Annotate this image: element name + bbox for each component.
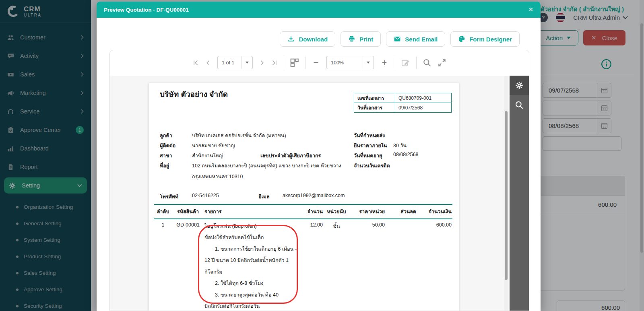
pdf-scrollbar[interactable]: [504, 76, 508, 311]
send-email-button-label: Send Email: [405, 36, 438, 43]
form-designer-button-label: Form Designer: [469, 36, 512, 43]
item-price: 50.00: [349, 219, 386, 311]
item-code: GD-00001: [172, 219, 204, 311]
first-page-button[interactable]: [192, 60, 199, 66]
doc-date-label: วันที่เอกสาร: [354, 103, 395, 113]
usage-line: 1. ขนาดการใช้ยาในเด็กอายุ 6 เดือน –: [204, 243, 299, 255]
preview-quotation-modal: Preview Quotation - DF-QU00001 ✕ Downloa…: [97, 2, 541, 311]
modal-action-buttons: Download Print Send Email: [280, 31, 520, 47]
phone-label: โทรศัพท์: [160, 193, 178, 201]
pdf-toolbar: 1 of 1 − 100%: [110, 50, 529, 75]
download-button[interactable]: Download: [280, 31, 335, 47]
expire-date-value: 08/08/2568: [393, 152, 419, 157]
viewer-settings-button[interactable]: [510, 76, 529, 95]
annotate-button[interactable]: [401, 58, 410, 67]
toolbar-divider: [284, 57, 284, 69]
taxid-label: เลขประจำตัวผู้เสียภาษีอากร: [260, 152, 321, 160]
usage-line: 12 ปี ขนาด 10 มิลลิกรัมต่อน้ำหนักตัว 1: [204, 255, 299, 266]
next-page-button[interactable]: [259, 60, 265, 66]
branch-value: สำนักงานใหญ่: [192, 152, 223, 160]
phone-value: 02-5416225: [192, 193, 219, 198]
address-line2: กรุงเทพมหานคร 10310: [192, 173, 243, 181]
document-company-name: บริษัท ตัวอย่าง จำกัด: [160, 88, 228, 100]
item-usage-notes: ข้อบ่งใช้สำหรับลดไข้ในเด็ก 1. ขนาดการใช้…: [204, 232, 299, 311]
customer-label: ลูกค้า: [160, 132, 172, 140]
toolbar-divider: [305, 57, 305, 69]
item-unit: ชิ้น: [324, 219, 349, 311]
caret-down-icon: [242, 62, 252, 64]
last-page-button[interactable]: [271, 60, 278, 66]
print-button-label: Print: [359, 36, 373, 43]
usage-line: ข้อบ่งใช้สำหรับลดไข้ในเด็ก: [204, 232, 299, 243]
branch-label: สาขา: [160, 152, 172, 160]
item-no: 1: [154, 219, 172, 311]
contact-value: นายสมชาย ชัยชาญ: [192, 142, 235, 150]
line-item-row: 1 GD-00001 ไอบูโพรเฟน (Ibuprofen) ข้อบ่ง…: [154, 219, 452, 311]
col-amount: จำนวนเงิน: [417, 204, 452, 219]
usage-line: มิลลิกรัมต่อกิโลกรัมต่อวัน: [204, 301, 299, 311]
quotation-page: บริษัท ตัวอย่าง จำกัด เลขที่เอกสาร QU680…: [149, 83, 459, 311]
modal-header: Preview Quotation - DF-QU00001 ✕: [97, 2, 541, 18]
search-button[interactable]: [423, 58, 431, 67]
search-icon: [515, 101, 524, 109]
gear-icon: [515, 81, 523, 89]
doc-number-value: QU680709-001: [395, 93, 452, 103]
pdf-side-toolbar: [510, 76, 529, 311]
item-amount: 600.00: [417, 219, 452, 311]
contact-label: ผู้ติดต่อ: [160, 142, 175, 150]
usage-line: 2. ใช้ได้ทุก 6-8 ชั่วโมง: [204, 278, 299, 289]
toolbar-divider: [395, 57, 395, 69]
screen: CRM ULTRA Customer: [0, 0, 644, 311]
printer-icon: [348, 35, 355, 43]
pdf-scrollbar-thumb[interactable]: [505, 111, 508, 280]
item-discount: [386, 219, 417, 311]
palette-icon: [458, 35, 465, 43]
col-unit-price: ราคา/หน่วย: [349, 204, 386, 219]
col-unit: หน่วยนับ: [324, 204, 349, 219]
address-line1: 102 ถนนริมคลองบางกะปิ (ถนนจตุรทิศ) แขวง …: [192, 162, 341, 170]
page-select[interactable]: 1 of 1: [217, 56, 253, 69]
zoom-select[interactable]: 100%: [326, 56, 374, 69]
zoom-out-button[interactable]: −: [312, 59, 320, 67]
line-items-table: ลำดับ รหัสสินค้า รายการ จำนวน หน่วยนับ ร…: [154, 204, 452, 311]
customer-value: บริษัท เอเคเอส คอร์ปอเรชั่น จำกัด (มหาชน…: [192, 132, 286, 140]
pdf-viewer: 1 of 1 − 100%: [109, 50, 529, 311]
download-icon: [287, 35, 295, 43]
delivery-date-label: วันที่กำหนดส่ง: [354, 132, 385, 140]
doc-date-value: 09/07/2568: [395, 103, 452, 113]
modal-close-icon[interactable]: ✕: [528, 6, 533, 13]
valid-until-value: 30 วัน: [393, 142, 407, 150]
expire-date-label: วันที่หมดอายุ: [354, 152, 382, 160]
valid-until-label: ยืนราคาภายใน: [354, 142, 387, 150]
document-info-table: เลขที่เอกสาร QU680709-001 วันที่เอกสาร 0…: [354, 93, 452, 113]
usage-line: กิโลกรัม: [204, 266, 299, 278]
zoom-in-button[interactable]: +: [380, 59, 389, 67]
address-label: ที่อยู่: [160, 162, 169, 170]
credit-days-label: จำนวนวันเครดิต: [354, 162, 390, 170]
item-description: ไอบูโพรเฟน (Ibuprofen) ข้อบ่งใช้สำหรับลด…: [204, 219, 299, 311]
page-select-value: 1 of 1: [218, 60, 242, 66]
email-label: อีเมล: [258, 193, 270, 201]
col-no: ลำดับ: [154, 204, 172, 219]
usage-line: 3. ขนาดยาสูงสุดต่อวัน คือ 40: [204, 289, 299, 301]
toolbar-divider: [416, 57, 417, 69]
form-designer-button[interactable]: Form Designer: [450, 31, 520, 47]
page-layout-button[interactable]: [290, 58, 299, 67]
email-value: akscorp1992@mailbox.com: [283, 193, 345, 198]
doc-number-label: เลขที่เอกสาร: [354, 93, 395, 103]
download-button-label: Download: [299, 36, 328, 43]
zoom-select-value: 100%: [327, 60, 363, 66]
caret-down-icon: [363, 62, 374, 64]
col-code: รหัสสินค้า: [172, 204, 204, 219]
send-email-button[interactable]: Send Email: [386, 31, 445, 47]
fullscreen-button[interactable]: [438, 58, 446, 67]
previous-page-button[interactable]: [205, 60, 211, 66]
pdf-content-area: บริษัท ตัวอย่าง จำกัด เลขที่เอกสาร QU680…: [110, 76, 529, 311]
col-discount: ส่วนลด: [386, 204, 417, 219]
col-qty: จำนวน: [299, 204, 324, 219]
line-items-header-row: ลำดับ รหัสสินค้า รายการ จำนวน หน่วยนับ ร…: [154, 204, 452, 219]
col-description: รายการ: [204, 204, 299, 219]
email-icon: [394, 35, 401, 43]
viewer-search-button[interactable]: [510, 95, 529, 115]
print-button[interactable]: Print: [341, 31, 381, 47]
